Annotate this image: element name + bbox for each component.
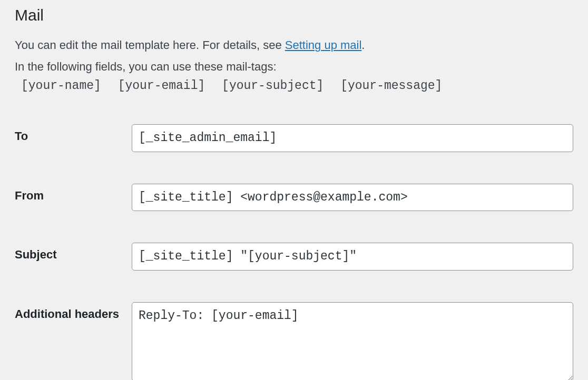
additional-headers-row: Additional headers <box>15 302 573 380</box>
description-suffix: . <box>361 38 365 52</box>
to-label: To <box>15 124 132 143</box>
additional-headers-textarea[interactable] <box>132 302 573 380</box>
mail-tag: [your-subject] <box>222 79 324 93</box>
subject-input[interactable] <box>132 243 573 271</box>
mail-tags-intro: In the following fields, you can use the… <box>15 57 573 76</box>
to-input[interactable] <box>132 124 573 152</box>
setting-up-mail-link[interactable]: Setting up mail <box>285 38 362 52</box>
mail-settings-panel: Mail You can edit the mail template here… <box>0 6 588 380</box>
from-row: From <box>15 184 573 212</box>
to-row: To <box>15 124 573 152</box>
subject-row: Subject <box>15 243 573 271</box>
mail-tag: [your-message] <box>340 79 442 93</box>
from-input[interactable] <box>132 184 573 212</box>
description-prefix: You can edit the mail template here. For… <box>15 38 285 52</box>
additional-headers-label: Additional headers <box>15 302 132 321</box>
from-label: From <box>15 184 132 203</box>
panel-heading: Mail <box>15 6 573 24</box>
mail-tag: [your-name] <box>21 79 101 93</box>
subject-label: Subject <box>15 243 132 262</box>
mail-tag: [your-email] <box>118 79 205 93</box>
mail-tags-list: [your-name] [your-email] [your-subject] … <box>21 79 573 93</box>
panel-description: You can edit the mail template here. For… <box>15 36 573 54</box>
